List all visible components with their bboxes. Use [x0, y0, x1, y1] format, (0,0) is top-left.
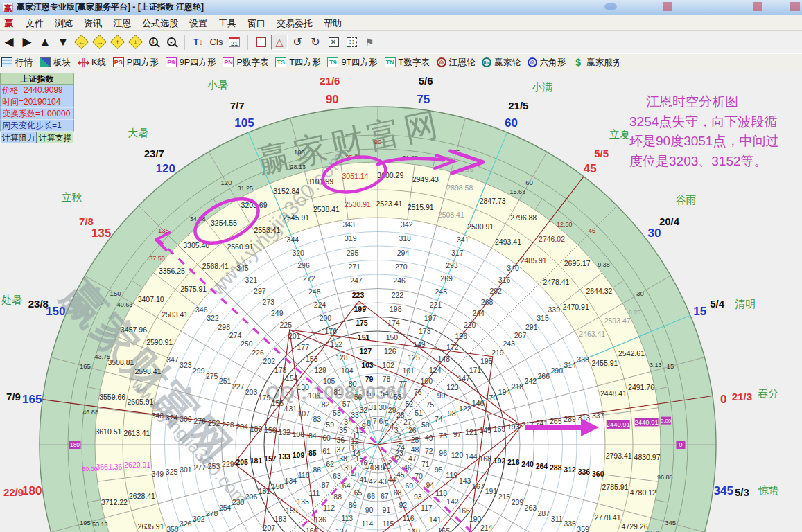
- svg-text:134: 134: [285, 477, 297, 485]
- svg-text:271: 271: [348, 263, 360, 271]
- svg-text:78: 78: [383, 375, 391, 383]
- svg-text:335: 335: [564, 520, 576, 528]
- svg-text:春分: 春分: [758, 387, 778, 399]
- t-updown-icon[interactable]: T↓: [189, 34, 207, 51]
- svg-text:99: 99: [437, 391, 446, 400]
- svg-text:180: 180: [250, 425, 263, 433]
- svg-text:345: 345: [665, 519, 676, 526]
- view-button-赢家轮[interactable]: Big赢家轮: [482, 57, 521, 69]
- view-button-江恩轮[interactable]: ◎江恩轮: [437, 57, 476, 69]
- svg-text:206: 206: [245, 493, 258, 501]
- svg-text:345: 345: [236, 264, 249, 272]
- svg-text:5/6: 5/6: [419, 75, 433, 87]
- forward-icon[interactable]: ▶: [18, 34, 36, 51]
- quote-row-2: 变换系数=1.00000: [0, 108, 74, 120]
- rotate-cw-icon[interactable]: ↻: [306, 34, 324, 51]
- diamond-down-icon[interactable]: ↓: [126, 34, 144, 51]
- zoom-in-icon[interactable]: +: [144, 34, 162, 51]
- cls-icon[interactable]: Cls: [207, 34, 225, 51]
- menu-item-1[interactable]: 浏览: [50, 17, 78, 30]
- svg-text:191: 191: [485, 487, 498, 495]
- menu-item-8[interactable]: 交易委托: [272, 17, 317, 30]
- svg-text:2530.91: 2530.91: [345, 200, 371, 209]
- quote-panel-title: 上证指数: [0, 73, 74, 85]
- flag-icon[interactable]: ⚑: [360, 34, 378, 51]
- svg-text:59: 59: [326, 420, 334, 429]
- svg-text:75: 75: [426, 400, 435, 409]
- menu-item-7[interactable]: 窗口: [243, 17, 270, 30]
- diamond-right-icon[interactable]: →: [90, 34, 108, 51]
- menu-item-6[interactable]: 工具: [213, 17, 241, 30]
- view-button-9T四方形[interactable]: T99T四方形: [327, 57, 377, 69]
- view-button-K线[interactable]: ♦╫♦K线: [78, 57, 106, 69]
- svg-text:268: 268: [481, 298, 494, 306]
- svg-text:41: 41: [359, 475, 367, 484]
- view-button-行情[interactable]: 行情: [1, 57, 33, 69]
- calc-resistance-button[interactable]: 计算阻力: [0, 132, 37, 143]
- svg-text:318: 318: [399, 234, 411, 242]
- svg-text:28.13: 28.13: [290, 163, 306, 170]
- square-icon[interactable]: [252, 34, 270, 51]
- up-icon[interactable]: ▲: [36, 34, 54, 51]
- down-icon[interactable]: ▼: [54, 34, 72, 51]
- svg-text:2898.58: 2898.58: [446, 184, 473, 192]
- svg-text:50.00: 50.00: [82, 466, 98, 472]
- view-button-9P四方形[interactable]: P99P四方形: [166, 57, 216, 69]
- view-button-P数字表[interactable]: PNP数字表: [223, 57, 268, 69]
- view-button-P四方形[interactable]: PSP四方形: [113, 57, 159, 69]
- calendar-icon[interactable]: 21: [225, 34, 243, 51]
- svg-text:15: 15: [667, 362, 674, 370]
- svg-text:111: 111: [308, 489, 320, 497]
- svg-text:199: 199: [354, 305, 366, 313]
- view-button-赢家服务[interactable]: $赢家服务: [573, 57, 621, 69]
- view-button-六角形[interactable]: ◎六角形: [528, 57, 566, 69]
- titlebar-artifact-1: [604, 3, 617, 10]
- svg-text:7/7: 7/7: [230, 100, 245, 112]
- svg-text:大暑: 大暑: [128, 127, 148, 139]
- svg-text:336: 336: [578, 468, 591, 476]
- center-icon[interactable]: ∷: [342, 34, 360, 51]
- svg-text:43.75: 43.75: [94, 353, 110, 360]
- svg-text:2575.91: 2575.91: [180, 285, 207, 293]
- svg-text:2470.91: 2470.91: [563, 303, 589, 311]
- svg-text:7/9: 7/9: [6, 391, 21, 402]
- svg-text:136: 136: [314, 515, 326, 524]
- view-button-板块[interactable]: 板块: [40, 57, 71, 69]
- tn-icon: TN: [385, 57, 396, 67]
- svg-text:立夏: 立夏: [609, 128, 630, 140]
- svg-text:360: 360: [592, 470, 604, 478]
- p9-icon: P9: [166, 57, 177, 67]
- annotation-line-0: 江恩时空分析图: [629, 92, 802, 112]
- menu-item-2[interactable]: 资讯: [79, 17, 107, 30]
- svg-text:3508.81: 3508.81: [107, 358, 134, 366]
- svg-text:2598.41: 2598.41: [134, 367, 161, 375]
- view-button-label: 9P四方形: [180, 57, 216, 69]
- svg-text:203: 203: [245, 388, 258, 396]
- zoom-out-icon[interactable]: -: [162, 34, 180, 51]
- svg-text:254: 254: [219, 504, 232, 512]
- menu-item-3[interactable]: 江恩: [108, 17, 136, 30]
- diamond-left-icon[interactable]: ←: [72, 34, 90, 51]
- svg-text:2455.91: 2455.91: [591, 359, 618, 367]
- svg-text:126: 126: [384, 347, 396, 355]
- svg-text:170: 170: [485, 393, 498, 402]
- triangle-icon[interactable]: △: [270, 34, 288, 51]
- menu-item-5[interactable]: 设置: [184, 17, 212, 30]
- svg-text:85: 85: [308, 449, 317, 457]
- menu-item-9[interactable]: 帮助: [319, 17, 347, 30]
- diamond-up-icon[interactable]: ↑: [108, 34, 126, 51]
- view-button-label: T四方形: [289, 57, 320, 69]
- rotate-ccw-icon[interactable]: ↺: [288, 34, 306, 51]
- svg-text:202: 202: [263, 357, 276, 365]
- menu-item-4[interactable]: 公式选股: [137, 17, 183, 30]
- svg-text:0: 0: [720, 393, 726, 406]
- menu-item-0[interactable]: 文件: [21, 17, 49, 30]
- box-x-icon[interactable]: ✕: [324, 34, 342, 51]
- view-button-T四方形[interactable]: TST四方形: [275, 57, 320, 69]
- svg-text:178: 178: [274, 366, 287, 374]
- grid-icon: [1, 57, 12, 67]
- calc-support-button[interactable]: 计算支撑: [37, 132, 73, 143]
- svg-text:60: 60: [505, 116, 518, 130]
- back-icon[interactable]: ◀: [0, 34, 18, 51]
- view-button-T数字表[interactable]: TNT数字表: [385, 57, 430, 69]
